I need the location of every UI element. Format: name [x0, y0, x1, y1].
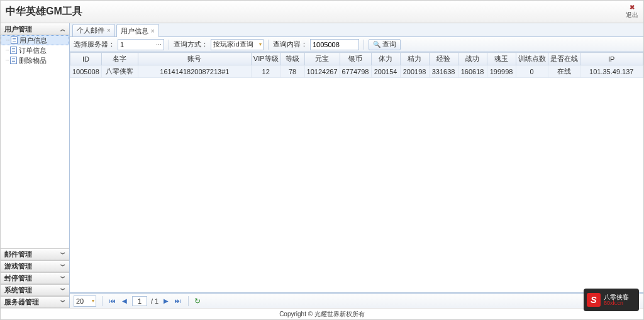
exit-icon: ✖: [626, 4, 638, 11]
separator: [364, 40, 364, 50]
footer: Copyright © 光耀世界新权所有: [1, 308, 643, 319]
accordion-server-mgmt[interactable]: 服务器管理 ︾: [1, 296, 69, 308]
method-label: 查询方式：: [174, 40, 208, 49]
document-icon: [10, 47, 17, 54]
ellipsis-icon: ⋯: [156, 41, 162, 48]
tab-strip: 个人邮件 × 用户信息 ×: [70, 23, 643, 37]
data-grid: ID 名字 账号 VIP等级 等级 元宝 银币 体力 精力 经验 战功 魂玉 训…: [70, 52, 643, 78]
sidebar-item-order-info[interactable]: ┈ 订单信息: [1, 45, 69, 55]
chevron-down-icon: ︾: [60, 263, 65, 270]
next-page-button[interactable]: ▶: [162, 297, 170, 304]
chevron-down-icon: ︾: [60, 287, 65, 294]
col-ip[interactable]: IP: [580, 53, 643, 65]
copyright: Copyright © 光耀世界新权所有: [279, 310, 365, 319]
chevron-down-icon: ︾: [60, 251, 65, 258]
col-id[interactable]: ID: [70, 53, 102, 65]
separator: [169, 40, 169, 50]
grid-container[interactable]: ID 名字 账号 VIP等级 等级 元宝 银币 体力 精力 经验 战功 魂玉 训…: [70, 52, 643, 293]
tree-dash-icon: ┈: [6, 37, 9, 43]
search-button[interactable]: 🔍 查询: [369, 39, 401, 50]
sidebar: 用户管理 ︽ ┈ 用户信息 ┈ 订单信息 ┈ 删除物品: [1, 23, 70, 308]
prev-page-button[interactable]: ◀: [121, 297, 128, 304]
accordion-system-mgmt[interactable]: 系统管理 ︾: [1, 284, 69, 296]
refresh-button[interactable]: ↻: [194, 297, 201, 306]
dropdown-icon: ▾: [92, 298, 94, 304]
query-input[interactable]: [310, 39, 359, 50]
col-soul[interactable]: 魂玉: [487, 53, 516, 65]
page-total: / 1: [151, 297, 158, 305]
col-online[interactable]: 是否在线: [548, 53, 580, 65]
tree-dash-icon: ┈: [6, 47, 9, 53]
chevron-up-icon: ︽: [60, 26, 65, 33]
accordion-ban-mgmt[interactable]: 封停管理 ︾: [1, 272, 69, 284]
server-label: 选择服务器：: [74, 40, 115, 49]
last-page-button[interactable]: ⏭: [174, 297, 182, 304]
col-merit[interactable]: 战功: [458, 53, 487, 65]
document-icon: [11, 36, 18, 44]
dropdown-icon: ▾: [259, 41, 262, 47]
pager: 20 ▾ ⏮ ◀ / 1 ▶ ⏭ ↻: [70, 293, 643, 308]
exit-button[interactable]: ✖ 退出: [626, 4, 638, 19]
col-yuanbao[interactable]: 元宝: [304, 53, 340, 65]
watermark-logo: S: [587, 293, 601, 307]
watermark: S 八零侠客 80xk.cn: [584, 289, 639, 311]
close-icon[interactable]: ×: [107, 27, 111, 34]
chevron-down-icon: ︾: [60, 275, 65, 282]
query-label: 查询内容：: [273, 40, 308, 49]
col-train[interactable]: 训练点数: [516, 53, 548, 65]
first-page-button[interactable]: ⏮: [108, 297, 117, 304]
app-header: 中华英雄GM工具 ✖ 退出: [1, 1, 643, 23]
page-input[interactable]: [132, 296, 147, 306]
separator: [268, 40, 269, 50]
col-energy[interactable]: 精力: [400, 53, 429, 65]
app-title: 中华英雄GM工具: [6, 5, 82, 18]
col-account[interactable]: 账号: [138, 53, 251, 65]
tree-dash-icon: ┈: [6, 57, 9, 63]
accordion-body: ┈ 用户信息 ┈ 订单信息 ┈ 删除物品: [1, 35, 69, 248]
col-level[interactable]: 等级: [280, 53, 304, 65]
separator: [188, 296, 189, 306]
method-select[interactable]: 按玩家id查询 ▾: [211, 39, 264, 50]
separator: [102, 296, 103, 306]
tab-personal-mail[interactable]: 个人邮件 ×: [72, 24, 115, 36]
col-name[interactable]: 名字: [101, 53, 138, 65]
server-select[interactable]: 1 ⋯: [118, 39, 164, 50]
tab-user-info[interactable]: 用户信息 ×: [116, 24, 159, 37]
sidebar-item-user-info[interactable]: ┈ 用户信息: [1, 35, 69, 45]
page-size-select[interactable]: 20 ▾: [74, 295, 96, 307]
close-icon[interactable]: ×: [151, 28, 155, 35]
col-vip[interactable]: VIP等级: [251, 53, 280, 65]
chevron-down-icon: ︾: [60, 299, 65, 306]
document-icon: [10, 57, 17, 64]
sidebar-item-delete-items[interactable]: ┈ 删除物品: [1, 55, 69, 65]
accordion-mail-mgmt[interactable]: 邮件管理 ︾: [1, 248, 69, 260]
accordion-game-mgmt[interactable]: 游戏管理 ︾: [1, 260, 69, 272]
col-stamina[interactable]: 体力: [371, 53, 400, 65]
query-toolbar: 选择服务器： 1 ⋯ 查询方式： 按玩家id查询 ▾ 查询内容： 🔍 查询: [70, 37, 643, 52]
table-row[interactable]: 1005008 八零侠客 1614141820087213#1 12 78 10…: [70, 65, 643, 78]
main-panel: 个人邮件 × 用户信息 × 选择服务器： 1 ⋯ 查询方式： 按玩家id查询: [70, 23, 643, 308]
col-exp[interactable]: 经验: [429, 53, 458, 65]
col-silver[interactable]: 银币: [340, 53, 371, 65]
accordion-user-mgmt[interactable]: 用户管理 ︽: [1, 23, 69, 35]
search-icon: 🔍: [373, 41, 380, 48]
